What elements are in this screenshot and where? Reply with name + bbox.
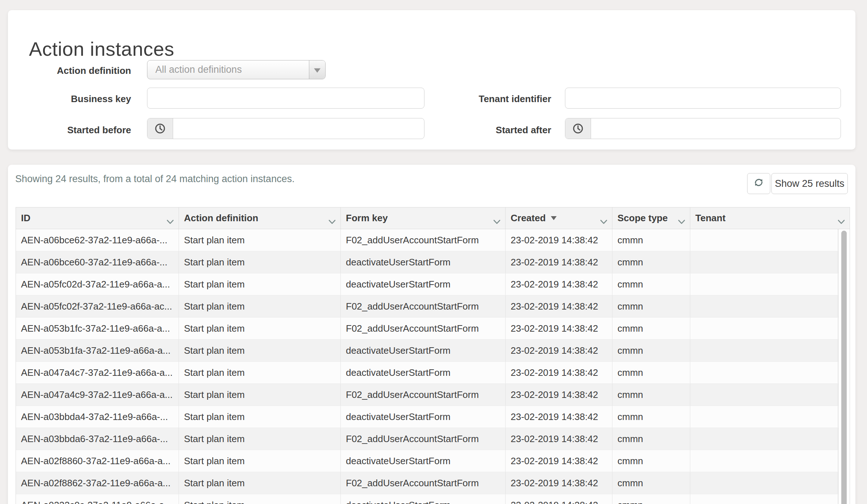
table-row[interactable]: AEN-a02f8860-37a2-11e9-a66a-a...Start pl… (16, 450, 850, 472)
table-row[interactable]: AEN-a05fc02f-37a2-11e9-a66a-ac...Start p… (16, 295, 850, 318)
cell-action-definition: Start plan item (179, 494, 341, 504)
column-header-created[interactable]: Created (506, 207, 612, 229)
cell-scope-type: cmmn (612, 362, 690, 383)
chevron-down-icon[interactable] (328, 216, 336, 221)
cell-created: 23-02-2019 14:38:42 (506, 472, 612, 494)
tenant-identifier-input[interactable] (565, 88, 841, 109)
cell-form-key: F02_addUserAccountStartForm (341, 472, 506, 494)
chevron-down-icon[interactable] (600, 216, 608, 221)
started-before-input[interactable] (173, 118, 424, 139)
select-arrow-segment[interactable] (309, 60, 325, 79)
cell-action-definition: Start plan item (179, 472, 341, 494)
started-before-group (147, 118, 424, 139)
table-row[interactable]: AEN-a05fc02d-37a2-11e9-a66a-a...Start pl… (16, 273, 850, 295)
sort-caret-icon (551, 216, 557, 220)
cell-scope-type: cmmn (612, 450, 690, 472)
results-summary: Showing 24 results, from a total of 24 m… (15, 173, 294, 185)
table-row[interactable]: AEN-a047a4c9-37a2-11e9-a66a-a...Start pl… (16, 384, 850, 406)
tenant-identifier-label: Tenant identifier (432, 93, 551, 104)
cell-id: AEN-a047a4c7-37a2-11e9-a66a-a... (16, 362, 179, 383)
cell-id: AEN-a05fc02d-37a2-11e9-a66a-a... (16, 273, 179, 295)
cell-scope-type: cmmn (612, 428, 690, 450)
cell-form-key: F02_addUserAccountStartForm (341, 295, 506, 317)
cell-action-definition: Start plan item (179, 450, 341, 472)
table-row[interactable]: AEN-a053b1fc-37a2-11e9-a66a-a...Start pl… (16, 318, 850, 340)
action-definition-select[interactable]: All action definitions (147, 60, 326, 79)
column-header-action-definition[interactable]: Action definition (179, 207, 341, 229)
page-title: Action instances (29, 38, 174, 60)
cell-tenant (690, 229, 838, 251)
action-definition-selected-value: All action definitions (155, 60, 242, 79)
cell-tenant (690, 406, 838, 428)
column-header-label: Form key (346, 213, 388, 224)
table-row[interactable]: AEN-a06bce62-37a2-11e9-a66a-...Start pla… (16, 229, 850, 251)
cell-scope-type: cmmn (612, 340, 690, 361)
cell-tenant (690, 362, 838, 383)
cell-action-definition: Start plan item (179, 295, 341, 317)
started-after-label: Started after (432, 125, 551, 135)
chevron-down-icon[interactable] (493, 216, 501, 221)
chevron-down-icon[interactable] (166, 216, 174, 221)
cell-action-definition: Start plan item (179, 428, 341, 450)
clock-icon (565, 118, 591, 139)
cell-id: AEN-a0232c0c-37a2-11e9-a66a-a... (16, 494, 179, 504)
column-header-label: Scope type (617, 213, 668, 224)
table-row[interactable]: AEN-a03bbda4-37a2-11e9-a66a-...Start pla… (16, 406, 850, 428)
cell-tenant (690, 384, 838, 406)
cell-action-definition: Start plan item (179, 384, 341, 406)
column-header-tenant[interactable]: Tenant (690, 207, 850, 229)
refresh-button[interactable] (747, 173, 770, 194)
chevron-down-icon[interactable] (837, 216, 845, 221)
cell-action-definition: Start plan item (179, 406, 341, 428)
business-key-input[interactable] (147, 88, 424, 109)
cell-action-definition: Start plan item (179, 251, 341, 273)
column-header-id[interactable]: ID (16, 207, 179, 229)
table-scrollbar-track[interactable] (838, 229, 850, 504)
table-body: AEN-a06bce62-37a2-11e9-a66a-...Start pla… (16, 229, 850, 504)
cell-form-key: deactivateUserStartForm (341, 340, 506, 361)
cell-created: 23-02-2019 14:38:42 (506, 362, 612, 383)
cell-form-key: F02_addUserAccountStartForm (341, 229, 506, 251)
table-row[interactable]: AEN-a02f8862-37a2-11e9-a66a-a...Start pl… (16, 472, 850, 494)
column-header-label: Action definition (184, 213, 258, 224)
cell-created: 23-02-2019 14:38:42 (506, 384, 612, 406)
action-instances-page: { "page": { "title": "Action instances" … (0, 0, 867, 504)
column-header-label: Created (511, 213, 546, 224)
column-header-form-key[interactable]: Form key (341, 207, 506, 229)
table-row[interactable]: AEN-a047a4c7-37a2-11e9-a66a-a...Start pl… (16, 362, 850, 384)
filters-panel: Action instances Action definition All a… (8, 10, 855, 150)
table-row[interactable]: AEN-a053b1fa-37a2-11e9-a66a-a...Start pl… (16, 340, 850, 362)
results-panel: Showing 24 results, from a total of 24 m… (8, 165, 855, 504)
cell-form-key: deactivateUserStartForm (341, 450, 506, 472)
cell-created: 23-02-2019 14:38:42 (506, 428, 612, 450)
show-results-button[interactable]: Show 25 results (771, 173, 848, 194)
cell-created: 23-02-2019 14:38:42 (506, 450, 612, 472)
cell-tenant (690, 340, 838, 361)
cell-id: AEN-a053b1fa-37a2-11e9-a66a-a... (16, 340, 179, 361)
table-row[interactable]: AEN-a0232c0c-37a2-11e9-a66a-a...Start pl… (16, 494, 850, 504)
cell-created: 23-02-2019 14:38:42 (506, 494, 612, 504)
cell-form-key: F02_addUserAccountStartForm (341, 384, 506, 406)
column-header-label: ID (21, 213, 30, 224)
cell-created: 23-02-2019 14:38:42 (506, 340, 612, 361)
action-instances-table: IDAction definitionForm keyCreatedScope … (16, 207, 850, 504)
column-header-scope-type[interactable]: Scope type (612, 207, 690, 229)
cell-created: 23-02-2019 14:38:42 (506, 251, 612, 273)
cell-tenant (690, 472, 838, 494)
cell-form-key: F02_addUserAccountStartForm (341, 428, 506, 450)
cell-scope-type: cmmn (612, 251, 690, 273)
cell-form-key: deactivateUserStartForm (341, 273, 506, 295)
table-row[interactable]: AEN-a06bce60-37a2-11e9-a66a-...Start pla… (16, 251, 850, 273)
cell-action-definition: Start plan item (179, 362, 341, 383)
table-row[interactable]: AEN-a03bbda6-37a2-11e9-a66a-...Start pla… (16, 428, 850, 450)
action-definition-label: Action definition (12, 65, 131, 76)
started-after-input[interactable] (591, 118, 841, 139)
cell-form-key: F02_addUserAccountStartForm (341, 318, 506, 339)
cell-form-key: deactivateUserStartForm (341, 406, 506, 428)
cell-scope-type: cmmn (612, 229, 690, 251)
cell-id: AEN-a02f8862-37a2-11e9-a66a-a... (16, 472, 179, 494)
cell-scope-type: cmmn (612, 384, 690, 406)
chevron-down-icon[interactable] (678, 216, 686, 221)
cell-id: AEN-a06bce60-37a2-11e9-a66a-... (16, 251, 179, 273)
table-scrollbar-thumb[interactable] (841, 231, 847, 504)
